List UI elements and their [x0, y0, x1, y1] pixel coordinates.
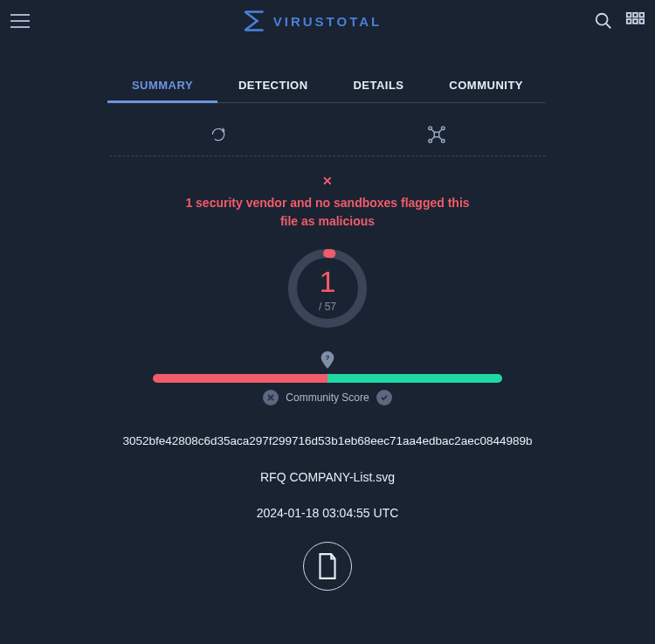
community-score-bar [153, 374, 502, 383]
svg-line-3 [606, 24, 611, 29]
svg-rect-7 [627, 19, 631, 24]
tab-details[interactable]: DETAILS [346, 68, 410, 102]
vote-harmless-icon[interactable] [376, 390, 392, 405]
svg-point-14 [442, 140, 445, 143]
tab-community[interactable]: COMMUNITY [442, 68, 530, 102]
vote-malicious-icon[interactable] [263, 390, 279, 405]
tab-summary[interactable]: SUMMARY [125, 68, 200, 102]
svg-rect-8 [633, 19, 638, 24]
community-score-label: Community Score [286, 391, 369, 404]
brand-logo-icon [242, 9, 266, 33]
file-timestamp: 2024-01-18 03:04:55 UTC [0, 505, 655, 523]
apps-grid-icon[interactable] [625, 11, 645, 31]
tabs: SUMMARY DETECTION DETAILS COMMUNITY [109, 68, 546, 103]
file-name: RFQ COMPANY-List.svg [0, 469, 655, 487]
svg-text:?: ? [326, 354, 330, 362]
svg-rect-10 [434, 132, 439, 137]
tab-detection[interactable]: DETECTION [231, 68, 315, 102]
reanalyze-button[interactable] [109, 114, 328, 156]
brand[interactable]: VIRUSTOTAL [242, 9, 382, 33]
svg-point-2 [596, 14, 608, 25]
detection-gauge: 1 / 57 [284, 245, 371, 332]
file-hash: 3052bfe42808c6d35aca297f299716d53b1eb68e… [0, 433, 655, 450]
svg-rect-9 [639, 19, 644, 24]
menu-icon[interactable] [10, 11, 30, 31]
detections-total: / 57 [319, 301, 336, 313]
detections-count: 1 [320, 265, 336, 299]
svg-line-16 [439, 130, 442, 133]
svg-line-17 [432, 137, 435, 140]
file-type-icon [303, 542, 352, 591]
svg-rect-6 [639, 13, 644, 17]
svg-rect-4 [627, 13, 631, 17]
svg-point-11 [429, 127, 432, 130]
alert-text-2: file as malicious [0, 212, 655, 231]
graph-button[interactable] [328, 114, 546, 156]
svg-rect-5 [633, 13, 638, 17]
graph-icon [427, 125, 446, 144]
svg-point-12 [442, 127, 445, 130]
score-negative [153, 374, 328, 383]
refresh-icon [210, 126, 227, 143]
document-icon [316, 552, 339, 580]
svg-line-15 [432, 130, 435, 133]
action-row [109, 114, 546, 156]
svg-point-13 [429, 140, 432, 143]
search-icon[interactable] [594, 11, 613, 31]
help-pin-icon[interactable]: ? [0, 351, 655, 369]
brand-name: VIRUSTOTAL [273, 14, 382, 29]
score-positive [328, 374, 502, 383]
alert-text-1: 1 security vendor and no sandboxes flagg… [0, 194, 655, 212]
malicious-alert: ✕ 1 security vendor and no sandboxes fla… [0, 172, 655, 231]
alert-x-icon: ✕ [0, 172, 655, 190]
svg-line-18 [439, 137, 442, 140]
